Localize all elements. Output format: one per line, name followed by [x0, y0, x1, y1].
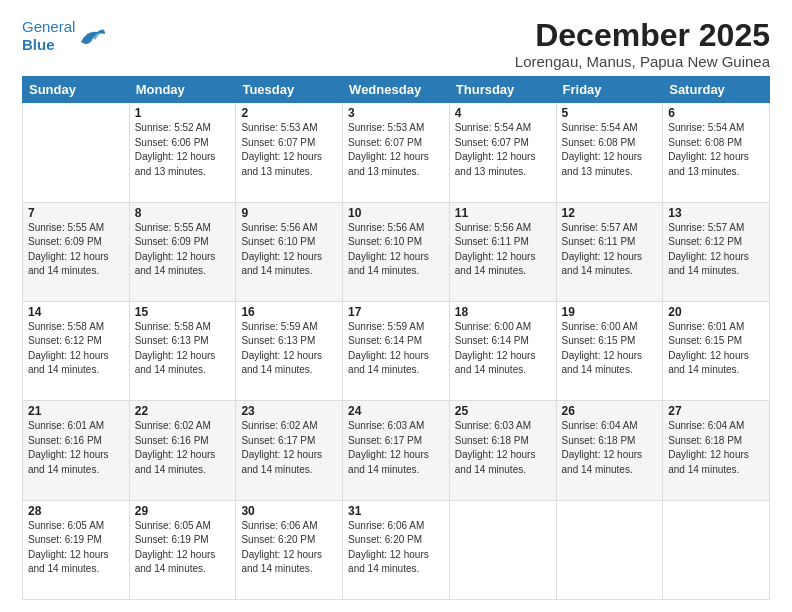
calendar-week-row: 21Sunrise: 6:01 AM Sunset: 6:16 PM Dayli…: [23, 401, 770, 500]
day-number: 18: [455, 305, 551, 319]
day-info: Sunrise: 5:56 AM Sunset: 6:10 PM Dayligh…: [348, 221, 444, 279]
calendar-cell: [663, 500, 770, 599]
calendar-table: SundayMondayTuesdayWednesdayThursdayFrid…: [22, 76, 770, 600]
day-info: Sunrise: 6:03 AM Sunset: 6:17 PM Dayligh…: [348, 419, 444, 477]
calendar-week-row: 28Sunrise: 6:05 AM Sunset: 6:19 PM Dayli…: [23, 500, 770, 599]
day-info: Sunrise: 6:00 AM Sunset: 6:14 PM Dayligh…: [455, 320, 551, 378]
day-number: 27: [668, 404, 764, 418]
calendar-cell: 20Sunrise: 6:01 AM Sunset: 6:15 PM Dayli…: [663, 301, 770, 400]
day-number: 28: [28, 504, 124, 518]
day-number: 6: [668, 106, 764, 120]
day-info: Sunrise: 5:58 AM Sunset: 6:13 PM Dayligh…: [135, 320, 231, 378]
day-number: 16: [241, 305, 337, 319]
calendar-cell: 6Sunrise: 5:54 AM Sunset: 6:08 PM Daylig…: [663, 103, 770, 202]
day-number: 4: [455, 106, 551, 120]
page-subtitle: Lorengau, Manus, Papua New Guinea: [515, 53, 770, 70]
calendar-cell: 10Sunrise: 5:56 AM Sunset: 6:10 PM Dayli…: [343, 202, 450, 301]
day-info: Sunrise: 6:00 AM Sunset: 6:15 PM Dayligh…: [562, 320, 658, 378]
day-number: 11: [455, 206, 551, 220]
day-number: 7: [28, 206, 124, 220]
calendar-cell: 2Sunrise: 5:53 AM Sunset: 6:07 PM Daylig…: [236, 103, 343, 202]
day-number: 10: [348, 206, 444, 220]
day-info: Sunrise: 5:57 AM Sunset: 6:11 PM Dayligh…: [562, 221, 658, 279]
day-info: Sunrise: 5:57 AM Sunset: 6:12 PM Dayligh…: [668, 221, 764, 279]
day-info: Sunrise: 5:53 AM Sunset: 6:07 PM Dayligh…: [241, 121, 337, 179]
logo-text: General Blue: [22, 18, 75, 54]
day-number: 20: [668, 305, 764, 319]
calendar-header-monday: Monday: [129, 77, 236, 103]
day-number: 3: [348, 106, 444, 120]
day-info: Sunrise: 6:03 AM Sunset: 6:18 PM Dayligh…: [455, 419, 551, 477]
day-number: 21: [28, 404, 124, 418]
day-number: 22: [135, 404, 231, 418]
day-number: 23: [241, 404, 337, 418]
calendar-cell: 8Sunrise: 5:55 AM Sunset: 6:09 PM Daylig…: [129, 202, 236, 301]
calendar-cell: 13Sunrise: 5:57 AM Sunset: 6:12 PM Dayli…: [663, 202, 770, 301]
logo-line1: General: [22, 18, 75, 35]
day-info: Sunrise: 5:54 AM Sunset: 6:07 PM Dayligh…: [455, 121, 551, 179]
header: General Blue December 2025 Lorengau, Man…: [22, 18, 770, 70]
day-info: Sunrise: 5:54 AM Sunset: 6:08 PM Dayligh…: [562, 121, 658, 179]
day-info: Sunrise: 5:56 AM Sunset: 6:11 PM Dayligh…: [455, 221, 551, 279]
day-info: Sunrise: 6:06 AM Sunset: 6:20 PM Dayligh…: [241, 519, 337, 577]
calendar-cell: 27Sunrise: 6:04 AM Sunset: 6:18 PM Dayli…: [663, 401, 770, 500]
day-info: Sunrise: 5:59 AM Sunset: 6:13 PM Dayligh…: [241, 320, 337, 378]
logo-line2: Blue: [22, 36, 55, 53]
day-info: Sunrise: 6:01 AM Sunset: 6:15 PM Dayligh…: [668, 320, 764, 378]
day-info: Sunrise: 6:04 AM Sunset: 6:18 PM Dayligh…: [668, 419, 764, 477]
calendar-header-tuesday: Tuesday: [236, 77, 343, 103]
calendar-cell: 26Sunrise: 6:04 AM Sunset: 6:18 PM Dayli…: [556, 401, 663, 500]
day-number: 26: [562, 404, 658, 418]
calendar-cell: 16Sunrise: 5:59 AM Sunset: 6:13 PM Dayli…: [236, 301, 343, 400]
calendar-header-row: SundayMondayTuesdayWednesdayThursdayFrid…: [23, 77, 770, 103]
logo-bird-icon: [77, 22, 107, 50]
day-number: 14: [28, 305, 124, 319]
calendar-cell: 18Sunrise: 6:00 AM Sunset: 6:14 PM Dayli…: [449, 301, 556, 400]
day-info: Sunrise: 6:05 AM Sunset: 6:19 PM Dayligh…: [28, 519, 124, 577]
day-number: 12: [562, 206, 658, 220]
day-number: 2: [241, 106, 337, 120]
calendar-cell: 9Sunrise: 5:56 AM Sunset: 6:10 PM Daylig…: [236, 202, 343, 301]
day-info: Sunrise: 5:54 AM Sunset: 6:08 PM Dayligh…: [668, 121, 764, 179]
day-number: 31: [348, 504, 444, 518]
logo: General Blue: [22, 18, 107, 54]
calendar-cell: 30Sunrise: 6:06 AM Sunset: 6:20 PM Dayli…: [236, 500, 343, 599]
day-info: Sunrise: 5:53 AM Sunset: 6:07 PM Dayligh…: [348, 121, 444, 179]
day-info: Sunrise: 6:02 AM Sunset: 6:17 PM Dayligh…: [241, 419, 337, 477]
day-info: Sunrise: 5:55 AM Sunset: 6:09 PM Dayligh…: [135, 221, 231, 279]
title-block: December 2025 Lorengau, Manus, Papua New…: [515, 18, 770, 70]
calendar-week-row: 7Sunrise: 5:55 AM Sunset: 6:09 PM Daylig…: [23, 202, 770, 301]
day-number: 13: [668, 206, 764, 220]
day-number: 5: [562, 106, 658, 120]
calendar-cell: 19Sunrise: 6:00 AM Sunset: 6:15 PM Dayli…: [556, 301, 663, 400]
calendar-week-row: 1Sunrise: 5:52 AM Sunset: 6:06 PM Daylig…: [23, 103, 770, 202]
calendar-cell: [23, 103, 130, 202]
calendar-cell: 3Sunrise: 5:53 AM Sunset: 6:07 PM Daylig…: [343, 103, 450, 202]
calendar-cell: 1Sunrise: 5:52 AM Sunset: 6:06 PM Daylig…: [129, 103, 236, 202]
calendar-cell: 5Sunrise: 5:54 AM Sunset: 6:08 PM Daylig…: [556, 103, 663, 202]
day-number: 8: [135, 206, 231, 220]
day-number: 29: [135, 504, 231, 518]
calendar-cell: 25Sunrise: 6:03 AM Sunset: 6:18 PM Dayli…: [449, 401, 556, 500]
day-number: 1: [135, 106, 231, 120]
calendar-header-sunday: Sunday: [23, 77, 130, 103]
calendar-cell: 21Sunrise: 6:01 AM Sunset: 6:16 PM Dayli…: [23, 401, 130, 500]
day-number: 25: [455, 404, 551, 418]
day-info: Sunrise: 5:52 AM Sunset: 6:06 PM Dayligh…: [135, 121, 231, 179]
page-title: December 2025: [515, 18, 770, 53]
page: General Blue December 2025 Lorengau, Man…: [0, 0, 792, 612]
calendar-cell: 15Sunrise: 5:58 AM Sunset: 6:13 PM Dayli…: [129, 301, 236, 400]
calendar-header-thursday: Thursday: [449, 77, 556, 103]
day-info: Sunrise: 6:06 AM Sunset: 6:20 PM Dayligh…: [348, 519, 444, 577]
calendar-cell: [556, 500, 663, 599]
day-info: Sunrise: 6:01 AM Sunset: 6:16 PM Dayligh…: [28, 419, 124, 477]
day-info: Sunrise: 5:56 AM Sunset: 6:10 PM Dayligh…: [241, 221, 337, 279]
day-info: Sunrise: 6:05 AM Sunset: 6:19 PM Dayligh…: [135, 519, 231, 577]
calendar-cell: 23Sunrise: 6:02 AM Sunset: 6:17 PM Dayli…: [236, 401, 343, 500]
calendar-cell: 28Sunrise: 6:05 AM Sunset: 6:19 PM Dayli…: [23, 500, 130, 599]
day-info: Sunrise: 5:59 AM Sunset: 6:14 PM Dayligh…: [348, 320, 444, 378]
day-info: Sunrise: 5:55 AM Sunset: 6:09 PM Dayligh…: [28, 221, 124, 279]
calendar-week-row: 14Sunrise: 5:58 AM Sunset: 6:12 PM Dayli…: [23, 301, 770, 400]
calendar-header-saturday: Saturday: [663, 77, 770, 103]
calendar-header-friday: Friday: [556, 77, 663, 103]
